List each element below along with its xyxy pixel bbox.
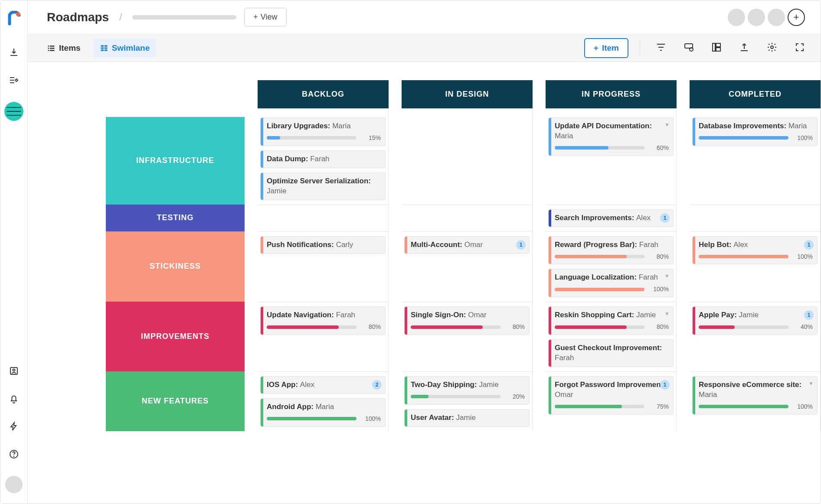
add-item-button[interactable]: + Item <box>584 38 628 58</box>
card-stripe <box>549 377 551 414</box>
swimlane-cell[interactable]: Multi-Account: Omar1 <box>402 231 533 302</box>
card-owner: Alex <box>733 241 748 249</box>
import-icon[interactable] <box>8 46 20 59</box>
card[interactable]: User Avatar: Jamie <box>404 409 530 427</box>
top-bar: Roadmaps / + View + <box>28 0 821 34</box>
bolt-icon[interactable] <box>8 420 20 432</box>
add-view-button[interactable]: + View <box>244 8 286 26</box>
layout-icon[interactable] <box>711 42 722 54</box>
swimlane-cell[interactable]: Help Bot: Alex1100% <box>690 231 821 302</box>
lane-label[interactable]: INFRASTRUCTURE <box>106 117 245 205</box>
roadmap-name-placeholder[interactable] <box>132 15 236 20</box>
lane-label[interactable]: STICKINESS <box>106 231 245 302</box>
card[interactable]: Data Dump: Farah <box>260 150 386 168</box>
swimlane-cell[interactable]: Library Upgrades: Maria15%Data Dump: Far… <box>258 108 389 205</box>
chevron-down-icon[interactable]: ▼ <box>664 273 670 280</box>
tab-items[interactable]: Items <box>41 39 87 57</box>
swimlane-cell[interactable]: Responsive eCommerce site: Maria▼100% <box>690 371 821 431</box>
tab-swimlane[interactable]: Swimlane <box>94 39 156 57</box>
avatar[interactable] <box>748 9 765 26</box>
progress-bar: 15% <box>267 134 381 142</box>
card[interactable]: Search Improvements: Alex1 <box>548 209 674 227</box>
card-owner: Farah <box>336 311 355 319</box>
list-check-icon[interactable] <box>8 74 20 86</box>
swimlane-cell[interactable] <box>690 205 821 231</box>
swimlane-cell[interactable]: Apple Pay: Jamie140% <box>690 302 821 371</box>
card[interactable]: Single Sign-On: Omar80% <box>404 306 530 335</box>
card[interactable]: Update Navigation: Farah80% <box>260 306 386 335</box>
card-owner: Jamie <box>636 311 656 319</box>
card-owner: Maria <box>788 122 807 130</box>
contact-icon[interactable] <box>8 365 20 377</box>
card[interactable]: Responsive eCommerce site: Maria▼100% <box>692 376 818 415</box>
lane-label[interactable]: NEW FEATURES <box>106 371 245 431</box>
bell-icon[interactable] <box>8 393 20 405</box>
card[interactable]: Two-Day Shipping: Jamie20% <box>404 376 530 405</box>
swimlane-cell[interactable]: Search Improvements: Alex1 <box>546 205 677 231</box>
svg-rect-11 <box>50 50 55 51</box>
user-avatar[interactable] <box>5 476 23 493</box>
page-title: Roadmaps <box>47 10 109 24</box>
card[interactable]: Android App: Maria100% <box>260 398 386 427</box>
card[interactable]: Language Localization: Farah▼100% <box>548 269 674 297</box>
card-badge: 1 <box>660 213 670 223</box>
swimlane-cell[interactable]: Two-Day Shipping: Jamie20%User Avatar: J… <box>402 371 533 431</box>
card[interactable]: Reward (Progress Bar): Farah80% <box>548 236 674 265</box>
card-stripe <box>549 118 551 156</box>
swimlane-cell[interactable] <box>402 205 533 231</box>
avatar[interactable] <box>728 9 745 26</box>
fullscreen-icon[interactable] <box>795 42 805 54</box>
add-collaborator-button[interactable]: + <box>788 9 805 26</box>
swimlane-cell[interactable]: Single Sign-On: Omar80% <box>402 302 533 371</box>
card-owner: Carly <box>336 241 353 249</box>
swimlane-cell[interactable] <box>402 108 533 205</box>
card-title: Help Bot: <box>699 241 733 249</box>
chevron-down-icon[interactable]: ▼ <box>808 380 814 387</box>
chevron-down-icon[interactable]: ▼ <box>664 121 670 128</box>
filter-icon[interactable] <box>656 42 666 54</box>
swimlane-cell[interactable]: Reskin Shopping Cart: Jamie▼80%Guest Che… <box>546 302 677 371</box>
swimlane-cell[interactable]: Push Notifications: Carly <box>258 231 389 302</box>
card-badge: 1 <box>516 240 526 250</box>
column-header: IN DESIGN <box>402 80 533 108</box>
card[interactable]: Optimize Server Serialization: Jamie <box>260 172 386 200</box>
svg-rect-22 <box>716 48 720 51</box>
help-icon[interactable] <box>8 448 20 460</box>
swimlane-cell[interactable]: Update Navigation: Farah80% <box>258 302 389 371</box>
svg-rect-15 <box>104 47 107 49</box>
avatar[interactable] <box>768 9 785 26</box>
lane-label[interactable]: IMPROVEMENTS <box>106 302 245 371</box>
card[interactable]: Help Bot: Alex1100% <box>692 236 818 265</box>
swimlane-cell[interactable]: IOS App: Alex2Android App: Maria100% <box>258 371 389 431</box>
svg-rect-14 <box>101 47 104 49</box>
card[interactable]: Guest Checkout Improvement: Farah <box>548 339 674 367</box>
tab-swimlane-label: Swimlane <box>112 43 150 53</box>
card[interactable]: Database Improvements: Maria100% <box>692 117 818 146</box>
svg-rect-7 <box>48 48 49 49</box>
swimlane-nav-icon[interactable] <box>4 102 23 121</box>
card[interactable]: IOS App: Alex2 <box>260 376 386 394</box>
svg-point-2 <box>13 369 15 371</box>
swimlane-cell[interactable]: Forgot Password Improvement: Omar175% <box>546 371 677 431</box>
chevron-down-icon[interactable]: ▼ <box>664 310 670 317</box>
swimlane-cell[interactable]: Update API Documentation: Maria▼60% <box>546 108 677 205</box>
card-owner: Farah <box>639 273 658 281</box>
gear-icon[interactable] <box>767 42 777 54</box>
card[interactable]: Reskin Shopping Cart: Jamie▼80% <box>548 306 674 335</box>
card[interactable]: Update API Documentation: Maria▼60% <box>548 117 674 156</box>
card[interactable]: Library Upgrades: Maria15% <box>260 117 386 146</box>
card-title: Forgot Password Improvement: <box>555 380 666 389</box>
card-stripe <box>261 399 263 426</box>
plus-icon: + <box>594 43 599 53</box>
card[interactable]: Apple Pay: Jamie140% <box>692 306 818 335</box>
lane-label[interactable]: TESTING <box>106 205 245 231</box>
card-owner: Omar <box>464 241 483 249</box>
card[interactable]: Push Notifications: Carly <box>260 236 386 254</box>
export-icon[interactable] <box>739 42 749 54</box>
card[interactable]: Multi-Account: Omar1 <box>404 236 530 254</box>
card[interactable]: Forgot Password Improvement: Omar175% <box>548 376 674 415</box>
swimlane-cell[interactable]: Reward (Progress Bar): Farah80%Language … <box>546 231 677 302</box>
swimlane-cell[interactable]: Database Improvements: Maria100% <box>690 108 821 205</box>
swimlane-cell[interactable] <box>258 205 389 231</box>
link-settings-icon[interactable] <box>684 42 694 54</box>
